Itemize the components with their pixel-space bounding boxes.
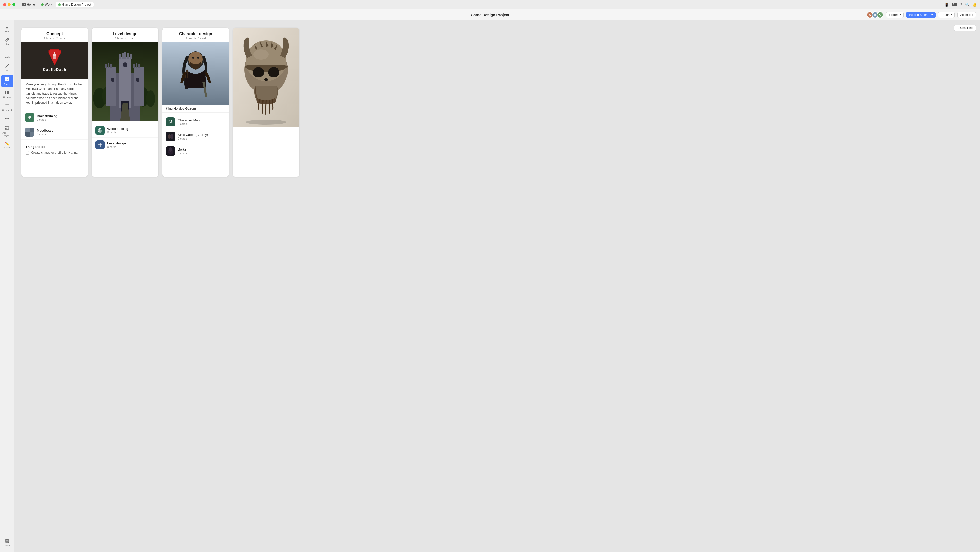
toolbar-right: A B C Editors ▾ Publish & share ▾ Export… xyxy=(868,11,976,18)
character-design-board-list: Character Map 0 cards Siriis Calea (Boun… xyxy=(162,113,229,161)
character-svg xyxy=(162,42,229,105)
moodboard-info: Moodboard 0 cards xyxy=(37,129,84,136)
titlebar-right: 📱 21 ? 🔍 🔔 xyxy=(944,3,977,6)
help-icon[interactable]: ? xyxy=(960,3,962,6)
svg-rect-37 xyxy=(119,54,121,59)
board-card-concept: Concept 2 boards, 2 cards CastleDash Mak… xyxy=(21,27,88,177)
unsorted-button[interactable]: 0 Unsorted xyxy=(954,24,976,31)
sidebar-item-more[interactable]: ••• xyxy=(1,115,13,123)
character-design-title: Character design xyxy=(167,32,225,36)
work-dot xyxy=(41,3,44,6)
todo-title: Things to do xyxy=(25,145,84,149)
svg-rect-4 xyxy=(5,77,7,79)
concept-description: Make your way through the Gozom to the M… xyxy=(21,79,88,108)
svg-rect-11 xyxy=(5,104,9,105)
svg-rect-48 xyxy=(100,143,102,145)
addimage-icon xyxy=(5,126,10,131)
board-card-character-design-header: Character design 3 boards, 1 card xyxy=(162,27,229,42)
list-item-moodboard[interactable]: Moodboard 0 cards xyxy=(21,125,88,140)
list-item-leveldesign[interactable]: Level design 0 cards xyxy=(92,138,158,152)
shield-logo-icon xyxy=(48,49,62,65)
editors-button[interactable]: Editors ▾ xyxy=(886,12,904,18)
svg-rect-20 xyxy=(29,118,30,119)
svg-rect-50 xyxy=(100,145,102,147)
level-design-board-list: World building 0 cards Level design 0 ca… xyxy=(92,121,158,154)
notification-count[interactable]: 21 xyxy=(951,3,957,6)
svg-rect-7 xyxy=(7,80,9,81)
character-name-label: King Hordos Gozom xyxy=(162,105,229,113)
export-button[interactable]: Export ▾ xyxy=(938,12,955,18)
search-icon[interactable]: 🔍 xyxy=(965,3,969,6)
link-icon xyxy=(5,38,9,43)
list-item-worldbuilding[interactable]: World building 0 cards xyxy=(92,123,158,138)
svg-point-60 xyxy=(170,134,173,139)
svg-rect-6 xyxy=(5,80,7,81)
svg-rect-12 xyxy=(5,105,9,105)
sidebar-item-trash[interactable]: Trash xyxy=(1,536,13,549)
zoom-out-button[interactable]: Zoom out xyxy=(957,12,976,18)
board-icon xyxy=(5,77,10,82)
svg-rect-30 xyxy=(105,64,107,68)
moodboard-icon xyxy=(25,128,34,137)
sidebar-item-link[interactable]: Link xyxy=(1,36,13,48)
svg-rect-39 xyxy=(124,52,126,59)
svg-rect-8 xyxy=(5,91,6,94)
main-toolbar: Game Design Project A B C Editors ▾ Publ… xyxy=(0,9,980,21)
boards-container: Concept 2 boards, 2 cards CastleDash Mak… xyxy=(19,26,975,179)
svg-rect-5 xyxy=(7,77,9,79)
svg-point-65 xyxy=(246,120,286,125)
moodboard-grid xyxy=(25,128,34,137)
fullscreen-button[interactable] xyxy=(12,3,15,6)
svg-rect-42 xyxy=(123,62,127,67)
bell-icon[interactable]: 🔔 xyxy=(973,3,977,6)
svg-point-70 xyxy=(268,67,279,77)
publish-share-button[interactable]: Publish & share ▾ xyxy=(906,12,935,18)
svg-rect-13 xyxy=(5,106,7,106)
castledash-hero-image: CastleDash xyxy=(21,42,88,79)
character-hero-image xyxy=(162,42,229,105)
svg-rect-47 xyxy=(98,143,100,145)
castledash-logo-text: CastleDash xyxy=(43,67,67,72)
svg-point-26 xyxy=(146,91,155,107)
concept-title: Concept xyxy=(25,32,84,36)
device-icon: 📱 xyxy=(944,3,948,6)
list-item-siriis[interactable]: Siriis Calea (Bounty) 0 cards xyxy=(162,129,229,144)
close-button[interactable] xyxy=(3,3,6,6)
sidebar-item-comment[interactable]: Comment xyxy=(1,102,13,113)
list-item-borks[interactable]: Borks 0 cards xyxy=(162,144,229,158)
todo-item[interactable]: Create character profile for Hanna xyxy=(25,151,84,155)
sidebar-item-board[interactable]: Board xyxy=(1,75,13,88)
leveldesign-info: Level design 0 cards xyxy=(107,141,155,148)
svg-rect-18 xyxy=(54,52,56,54)
tab-home-label: Home xyxy=(27,3,35,6)
board-card-level-design-header: Level design 2 boards, 1 card xyxy=(92,27,158,42)
avatar: C xyxy=(877,11,883,18)
svg-rect-35 xyxy=(138,64,140,68)
character-design-subtitle: 3 boards, 1 card xyxy=(167,37,225,40)
svg-rect-38 xyxy=(121,53,124,59)
more-icon: ••• xyxy=(5,116,9,121)
tab-work[interactable]: Work xyxy=(38,2,55,7)
minimize-button[interactable] xyxy=(8,3,11,6)
page-title: Game Design Project xyxy=(471,13,509,17)
board-card-character-design: Character design 3 boards, 1 card xyxy=(162,27,229,177)
sidebar-item-todo[interactable]: To-do xyxy=(1,49,13,61)
chevron-down-icon: ▾ xyxy=(951,13,952,16)
svg-rect-34 xyxy=(136,63,137,68)
sidebar-item-draw[interactable]: ✏️ Draw xyxy=(1,140,13,151)
sidebar-item-note[interactable]: ≡ Note xyxy=(1,24,13,35)
sidebar-item-line[interactable]: Line xyxy=(1,62,13,74)
svg-rect-2 xyxy=(6,54,8,54)
svg-rect-19 xyxy=(53,56,56,59)
castle-svg xyxy=(92,42,158,121)
sidebar-item-column[interactable]: Column xyxy=(1,88,13,101)
list-item-charmap[interactable]: Character Map 0 cards xyxy=(162,115,229,129)
list-item-brainstorming[interactable]: Brainstorming 0 cards xyxy=(21,110,88,125)
tab-game-design[interactable]: Game Design Project xyxy=(56,2,94,7)
column-icon xyxy=(5,91,9,95)
level-design-subtitle: 2 boards, 1 card xyxy=(96,37,154,40)
todo-checkbox[interactable] xyxy=(25,151,29,155)
tab-home[interactable]: M Home xyxy=(19,2,38,7)
sidebar: ≡ Note Link To-do Line Board xyxy=(0,21,14,552)
sidebar-item-addimage[interactable]: Add image xyxy=(1,124,13,139)
